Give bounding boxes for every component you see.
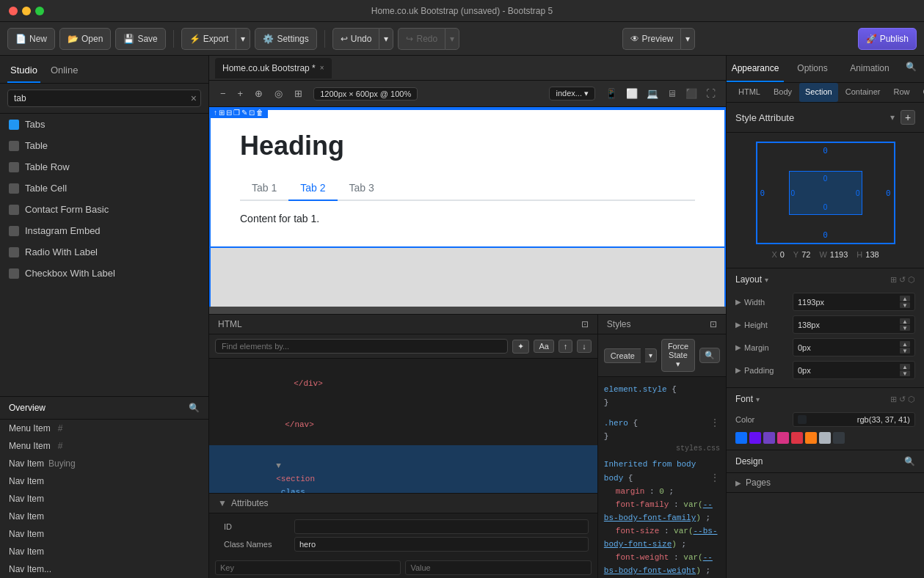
canvas-tab3[interactable]: Tab 3 bbox=[338, 176, 386, 200]
main-tab[interactable]: Home.co.uk Bootstrap * × bbox=[215, 58, 332, 78]
row-type-tab[interactable]: Row bbox=[887, 83, 915, 102]
sidebar-item-radio[interactable]: Radio With Label bbox=[0, 241, 208, 263]
swatch-blue[interactable] bbox=[735, 432, 747, 444]
container-type-tab[interactable]: Container bbox=[840, 83, 887, 102]
minimize-window-button[interactable] bbox=[22, 7, 31, 15]
styles-maximize-icon[interactable]: ⊡ bbox=[710, 319, 717, 329]
font-section-header[interactable]: Font ▾ ⊞ ↺ ⬡ bbox=[727, 388, 924, 410]
sidebar-item-contact-form[interactable]: Contact Form Basic bbox=[0, 199, 208, 220]
swatch-purple2[interactable] bbox=[763, 432, 775, 444]
html-up-button[interactable]: ↑ bbox=[559, 340, 573, 353]
overview-item-nav1[interactable]: Nav Item bbox=[0, 472, 208, 490]
width-decrement-button[interactable]: ▼ bbox=[900, 302, 910, 308]
height-decrement-button[interactable]: ▼ bbox=[900, 325, 910, 331]
maximize-window-button[interactable] bbox=[35, 7, 44, 15]
grid-mode-button[interactable]: ⊞ bbox=[291, 86, 306, 101]
padding-stepper[interactable]: ▲ ▼ bbox=[900, 364, 910, 376]
sidebar-item-table[interactable]: Table bbox=[0, 135, 208, 156]
force-state-button[interactable]: Force State ▾ bbox=[661, 339, 695, 372]
right-search-button[interactable]: 🔍 bbox=[898, 56, 924, 82]
redo-dropdown-button[interactable]: ▾ bbox=[445, 28, 459, 50]
laptop-icon[interactable]: 💻 bbox=[644, 87, 661, 100]
overlay-delete-icon[interactable]: 🗑 bbox=[256, 109, 263, 117]
overlay-lock-icon[interactable]: ⊡ bbox=[249, 109, 255, 117]
body-style-menu[interactable]: ⋮ bbox=[710, 472, 720, 485]
overlay-copy-icon[interactable]: ❐ bbox=[233, 109, 240, 117]
desktop-icon[interactable]: 🖥 bbox=[664, 87, 680, 100]
viewport-size[interactable]: 1200px × 600px @ 100% bbox=[313, 87, 418, 100]
width-disclosure-arrow[interactable]: ▶ bbox=[735, 298, 741, 306]
column-type-tab[interactable]: Column bbox=[917, 83, 924, 102]
design-section-header[interactable]: Design 🔍 bbox=[727, 450, 924, 472]
zoom-out-button[interactable]: − bbox=[217, 86, 230, 101]
search-mode-button[interactable]: ⊕ bbox=[251, 86, 266, 101]
preview-button[interactable]: 👁 Preview bbox=[622, 28, 681, 50]
swatch-red[interactable] bbox=[791, 432, 803, 444]
padding-increment-button[interactable]: ▲ bbox=[900, 364, 910, 370]
code-line-2[interactable]: </nav> bbox=[209, 404, 597, 445]
padding-decrement-button[interactable]: ▼ bbox=[900, 370, 910, 376]
width-stepper[interactable]: ▲ ▼ bbox=[900, 296, 910, 308]
options-tab[interactable]: Options bbox=[784, 56, 841, 82]
swatch-gray[interactable] bbox=[819, 432, 831, 444]
style-attr-dropdown-icon[interactable]: ▾ bbox=[890, 112, 895, 122]
preview-dropdown-button[interactable]: ▾ bbox=[680, 28, 695, 50]
sidebar-item-checkbox[interactable]: Checkbox With Label bbox=[0, 263, 208, 284]
html-panel-maximize-icon[interactable]: ⊡ bbox=[581, 319, 589, 329]
tab-close-button[interactable]: × bbox=[320, 64, 324, 72]
html-aa-button[interactable]: Aa bbox=[534, 340, 553, 353]
canvas-tab2[interactable]: Tab 2 bbox=[288, 176, 337, 201]
widescreen-icon[interactable]: ⬛ bbox=[683, 87, 700, 100]
code-line-1[interactable]: </div> bbox=[209, 363, 597, 404]
fullscreen-icon[interactable]: ⛶ bbox=[703, 87, 719, 100]
layout-copy-icon[interactable]: ⊞ ↺ ⬡ bbox=[890, 275, 915, 285]
html-select-mode-button[interactable]: ✦ bbox=[512, 340, 529, 354]
margin-disclosure-arrow[interactable]: ▶ bbox=[735, 343, 741, 351]
search-input[interactable] bbox=[7, 89, 201, 107]
overlay-edit-icon[interactable]: ✎ bbox=[241, 109, 247, 117]
sidebar-item-table-row[interactable]: Table Row bbox=[0, 156, 208, 178]
create-style-dropdown-button[interactable]: ▾ bbox=[645, 348, 657, 362]
code-line-3[interactable]: ▼ <section class = "hero" > bbox=[209, 445, 597, 493]
viewport-path[interactable]: index... ▾ bbox=[549, 87, 595, 100]
layout-section-header[interactable]: Layout ▾ ⊞ ↺ ⬡ bbox=[727, 268, 924, 290]
sidebar-item-instagram[interactable]: Instagram Embed bbox=[0, 220, 208, 241]
height-increment-button[interactable]: ▲ bbox=[900, 318, 910, 324]
close-window-button[interactable] bbox=[9, 7, 18, 15]
overview-search-icon[interactable]: 🔍 bbox=[189, 403, 200, 413]
save-button[interactable]: 💾 Save bbox=[115, 28, 165, 50]
id-input[interactable] bbox=[294, 519, 589, 534]
html-down-button[interactable]: ↓ bbox=[577, 340, 592, 353]
style-attr-add-button[interactable]: + bbox=[901, 110, 915, 125]
undo-dropdown-button[interactable]: ▾ bbox=[379, 28, 393, 50]
margin-value-box[interactable]: 0px ▲ ▼ bbox=[793, 338, 915, 356]
section-type-tab[interactable]: Section bbox=[799, 83, 838, 102]
overview-item-nav-more[interactable]: Nav Item... bbox=[0, 560, 208, 578]
color-value-box[interactable]: rgb(33, 37, 41) bbox=[793, 412, 915, 427]
new-button[interactable]: 📄 New bbox=[7, 28, 55, 50]
hero-style-menu[interactable]: ⋮ bbox=[710, 417, 720, 430]
margin-stepper[interactable]: ▲ ▼ bbox=[900, 341, 910, 354]
height-stepper[interactable]: ▲ ▼ bbox=[900, 318, 910, 331]
design-search-icon[interactable]: 🔍 bbox=[904, 456, 915, 467]
sidebar-item-tabs[interactable]: Tabs bbox=[0, 114, 208, 135]
zoom-in-button[interactable]: + bbox=[234, 86, 247, 101]
overview-item-nav4[interactable]: Nav Item bbox=[0, 525, 208, 543]
width-value-box[interactable]: 1193px ▲ ▼ bbox=[793, 293, 915, 311]
width-increment-button[interactable]: ▲ bbox=[900, 296, 910, 301]
animation-tab[interactable]: Animation bbox=[841, 56, 898, 82]
redo-button[interactable]: ↪ Redo bbox=[398, 28, 445, 50]
clear-search-button[interactable]: × bbox=[191, 92, 197, 104]
open-button[interactable]: 📂 Open bbox=[59, 28, 111, 50]
padding-value-box[interactable]: 0px ▲ ▼ bbox=[793, 361, 915, 379]
overlay-grid-icon[interactable]: ⊞ bbox=[219, 109, 225, 117]
online-tab[interactable]: Online bbox=[48, 62, 81, 83]
overview-item-nav2[interactable]: Nav Item bbox=[0, 490, 208, 508]
margin-increment-button[interactable]: ▲ bbox=[900, 341, 910, 347]
overview-item-nav5[interactable]: Nav Item bbox=[0, 543, 208, 560]
paint-mode-button[interactable]: ◎ bbox=[271, 86, 286, 101]
html-type-tab[interactable]: HTML bbox=[732, 83, 766, 102]
swatch-pink[interactable] bbox=[777, 432, 789, 444]
swatch-orange[interactable] bbox=[805, 432, 817, 444]
inherited-body-link[interactable]: body bbox=[677, 460, 696, 469]
